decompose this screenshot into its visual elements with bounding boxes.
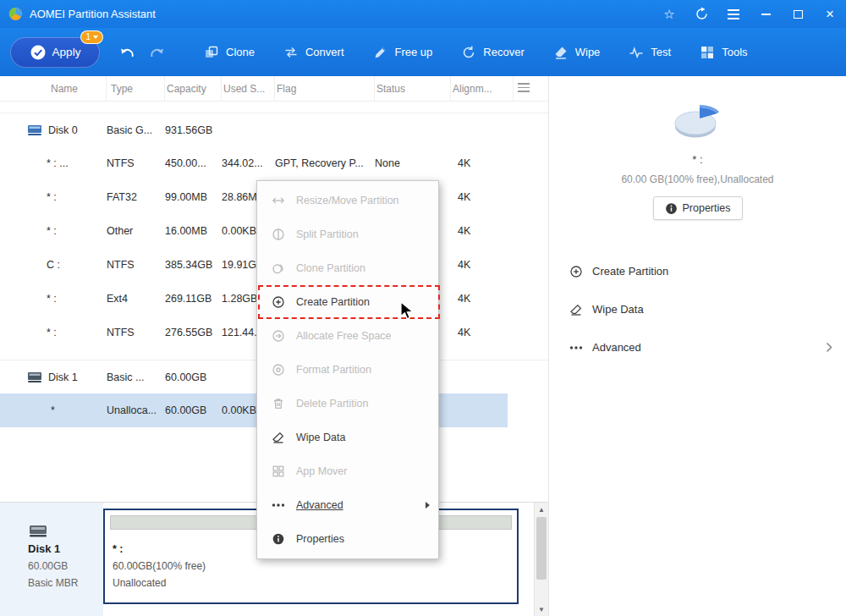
column-header-flag[interactable]: Flag [275, 76, 375, 101]
column-header-name[interactable]: Name [0, 76, 107, 101]
properties-button[interactable]: Properties [653, 196, 743, 220]
minimize-button[interactable] [750, 0, 782, 28]
scroll-down-icon[interactable]: ▼ [535, 602, 548, 616]
action-label: Create Partition [592, 265, 668, 278]
table-row-disk0[interactable]: Disk 0 Basic G... 931.56GB [0, 113, 548, 146]
favorite-star-icon[interactable]: ☆ [653, 0, 685, 28]
cell-capacity: 931.56GB [165, 124, 222, 136]
column-header-alignment[interactable]: Alignm... [451, 76, 514, 101]
cell-capacity: 385.34GB [165, 259, 222, 271]
recover-button[interactable]: Recover [447, 34, 538, 71]
cell-type: Basic ... [107, 371, 165, 383]
menu-item-create-partition[interactable]: Create Partition [257, 285, 438, 319]
selection-side-panel: * : 60.00 GB(100% free),Unallocated Prop… [548, 76, 846, 616]
menu-item-label: Wipe Data [296, 432, 345, 443]
clone-button[interactable]: Clone [190, 34, 269, 71]
action-wipe-data[interactable]: Wipe Data [549, 290, 846, 328]
cell-name: * [0, 404, 107, 416]
cell-type: NTFS [107, 259, 165, 271]
window-title: AOMEI Partition Assistant [30, 8, 156, 20]
wipe-icon [553, 45, 569, 60]
menu-item-allocate-free-space[interactable]: Allocate Free Space [257, 319, 438, 353]
allocate-free-space-icon [272, 329, 285, 343]
cell-name: Disk 0 [48, 124, 78, 136]
menu-item-advanced[interactable]: Advanced [257, 488, 438, 522]
menu-item-label: Format Partition [296, 364, 371, 376]
cell-name: * : [0, 191, 107, 203]
properties-info-icon [272, 532, 285, 546]
clone-icon [204, 45, 219, 60]
split-partition-icon [272, 228, 285, 241]
cell-name: * : ... [0, 157, 107, 169]
scroll-up-icon[interactable]: ▲ [535, 503, 548, 517]
cell-alignment: 4K [451, 191, 514, 203]
cell-alignment: 4K [451, 259, 514, 271]
scrollbar-thumb[interactable] [536, 517, 547, 580]
advanced-dots-icon [569, 341, 583, 355]
maximize-button[interactable] [782, 0, 814, 28]
menu-item-app-mover[interactable]: App Mover [257, 454, 438, 488]
cell-capacity: 16.00MB [165, 225, 222, 237]
free-up-icon [373, 45, 388, 60]
wipe-button[interactable]: Wipe [539, 34, 615, 71]
tool-button-label: Test [651, 46, 671, 58]
pending-operations-badge[interactable]: 1 [80, 30, 103, 44]
apply-button[interactable]: Apply 1 [10, 37, 100, 68]
vertical-scrollbar[interactable]: ▲ ▼ [534, 503, 548, 616]
column-header-capacity[interactable]: Capacity [165, 76, 222, 101]
menu-item-delete-partition[interactable]: Delete Partition [257, 387, 438, 421]
format-partition-icon [272, 363, 285, 377]
badge-caret-icon [93, 36, 98, 39]
table-row-partition[interactable]: * : ... NTFS 450.00... 344.02... GPT, Re… [0, 146, 548, 180]
menu-item-clone-partition[interactable]: Clone Partition [257, 251, 438, 285]
column-header-used[interactable]: Used S... [222, 76, 275, 101]
column-header-type[interactable]: Type [107, 76, 165, 101]
cell-alignment: 4K [451, 225, 514, 237]
apply-check-icon [30, 44, 47, 61]
main-menu-icon[interactable] [717, 0, 750, 28]
cell-type: Other [107, 225, 165, 237]
menu-item-resize-move-partition[interactable]: Resize/Move Partition [257, 184, 438, 217]
action-advanced[interactable]: Advanced [549, 328, 846, 366]
column-settings-icon[interactable] [518, 83, 530, 92]
action-create-partition[interactable]: Create Partition [549, 252, 846, 290]
column-header-status[interactable]: Status [375, 76, 451, 101]
app-logo-icon [8, 7, 23, 21]
cell-capacity: 276.55GB [165, 327, 222, 338]
table-header: Name Type Capacity Used S... Flag Status… [0, 76, 548, 102]
menu-item-label: Split Partition [296, 228, 359, 240]
tools-button[interactable]: Tools [685, 34, 761, 71]
cell-name: * : [0, 293, 107, 305]
feedback-refresh-icon[interactable] [685, 0, 717, 28]
cell-type: NTFS [107, 157, 165, 169]
properties-button-label: Properties [683, 202, 731, 214]
window-controls: ☆ × [653, 0, 846, 28]
disk-map-name: Disk 1 [28, 542, 103, 555]
convert-icon [283, 45, 299, 60]
cell-name: * : [0, 327, 107, 338]
menu-item-wipe-data[interactable]: Wipe Data [257, 421, 438, 454]
free-up-button[interactable]: Free up [359, 34, 448, 71]
selection-title: * : [549, 153, 846, 166]
partition-block-capacity: 60.00GB(100% free) [113, 560, 517, 572]
redo-icon[interactable] [147, 42, 168, 63]
cell-name: Disk 1 [48, 371, 78, 383]
close-button[interactable]: × [814, 0, 846, 28]
cell-capacity: 450.00... [165, 157, 222, 169]
test-button[interactable]: Test [614, 34, 685, 71]
toolbar: Apply 1 [0, 28, 846, 76]
menu-item-properties[interactable]: Properties [257, 522, 438, 556]
selection-subtitle: 60.00 GB(100% free),Unallocated [549, 173, 846, 185]
undo-icon[interactable] [117, 42, 137, 63]
disk-map-info: Disk 1 60.00GB Basic MBR [0, 503, 103, 616]
cell-type: Basic G... [107, 124, 165, 136]
action-label: Advanced [592, 341, 641, 354]
disk-icon [27, 371, 42, 383]
convert-button[interactable]: Convert [269, 34, 359, 71]
tool-button-label: Recover [483, 46, 524, 58]
menu-item-label: Delete Partition [296, 398, 368, 410]
menu-item-label: Advanced [296, 499, 343, 511]
menu-item-split-partition[interactable]: Split Partition [257, 217, 438, 251]
menu-item-format-partition[interactable]: Format Partition [257, 353, 438, 387]
partition-pie-icon [673, 102, 723, 140]
